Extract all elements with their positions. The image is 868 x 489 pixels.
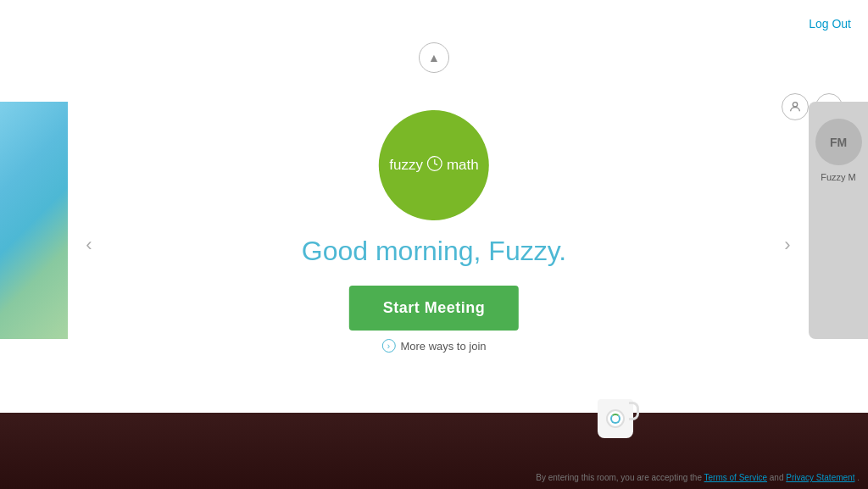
- mug-body: [598, 399, 633, 438]
- left-chevron-icon: ‹: [86, 234, 92, 256]
- logo-circle: fuzzy math: [379, 110, 489, 220]
- footer-end: .: [857, 473, 860, 482]
- more-ways-text: More ways to join: [400, 340, 486, 353]
- logo-icon: [426, 155, 443, 176]
- mug-decoration: [593, 392, 639, 438]
- logout-button[interactable]: Log Out: [809, 17, 851, 31]
- footer-text: By entering this room, you are accepting…: [536, 473, 860, 482]
- right-room-label: Fuzzy M: [821, 172, 856, 182]
- up-arrow-button[interactable]: ▲: [419, 42, 449, 73]
- beach-image: [0, 102, 68, 339]
- logo-text-math: math: [447, 157, 479, 174]
- more-ways-container[interactable]: › More ways to join: [381, 339, 486, 353]
- greeting-text: Good morning, Fuzzy.: [302, 236, 566, 267]
- mug-logo: [606, 409, 625, 428]
- terms-of-service-link[interactable]: Terms of Service: [704, 473, 767, 482]
- mug-handle: [629, 402, 639, 420]
- profile-icon-button[interactable]: [782, 93, 809, 120]
- right-room-avatar: FM: [815, 119, 862, 165]
- logo-text-fuzzy: fuzzy: [389, 157, 423, 174]
- mug-logo-inner: [610, 414, 620, 424]
- left-room-panel: [0, 102, 68, 339]
- logo-text: fuzzy math: [389, 155, 478, 176]
- center-content: fuzzy math Good morning, Fuzzy. Start Me…: [302, 110, 566, 353]
- nav-arrow-left-button[interactable]: ‹: [76, 232, 102, 258]
- start-meeting-button[interactable]: Start Meeting: [349, 286, 519, 331]
- footer-and: and: [770, 473, 786, 482]
- nav-arrow-right-button[interactable]: ›: [775, 232, 800, 258]
- main-container: Log Out ▲ ‹ FM Fuzzy M: [0, 0, 868, 489]
- svg-point-0: [793, 103, 797, 107]
- privacy-statement-link[interactable]: Privacy Statement: [786, 473, 854, 482]
- right-room-panel: FM Fuzzy M: [809, 102, 868, 339]
- right-chevron-icon: ›: [784, 234, 790, 256]
- footer-prefix: By entering this room, you are accepting…: [536, 473, 704, 482]
- up-arrow-icon: ▲: [428, 51, 440, 64]
- more-ways-icon: ›: [381, 339, 395, 353]
